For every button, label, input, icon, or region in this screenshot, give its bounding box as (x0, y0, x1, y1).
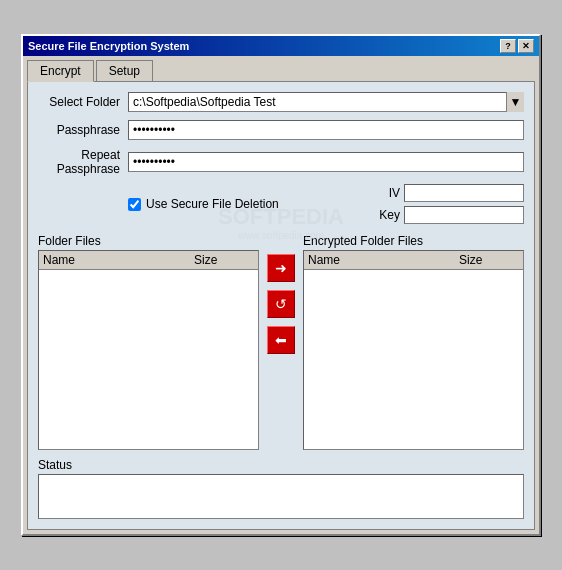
key-input[interactable] (404, 206, 524, 224)
check-iv-row: Use Secure File Deletion IV Key (38, 184, 524, 224)
encrypted-files-size-col: Size (459, 253, 519, 267)
tab-setup[interactable]: Setup (96, 60, 153, 81)
folder-files-list[interactable]: Name Size (38, 250, 259, 450)
encrypted-files-header: Name Size (304, 251, 523, 270)
tab-encrypt[interactable]: Encrypt (27, 60, 94, 82)
close-button[interactable]: ✕ (518, 39, 534, 53)
tab-bar: Encrypt Setup (27, 60, 535, 81)
folder-files-name-col: Name (43, 253, 194, 267)
status-box (38, 474, 524, 519)
decrypt-button[interactable]: ⬅ (267, 326, 295, 354)
encrypted-files-title: Encrypted Folder Files (303, 234, 524, 248)
encrypted-files-name-col: Name (308, 253, 459, 267)
refresh-button[interactable]: ↺ (267, 290, 295, 318)
folder-files-size-col: Size (194, 253, 254, 267)
select-folder-wrapper: c:\Softpedia\Softpedia Test ▼ (128, 92, 524, 112)
title-bar: Secure File Encryption System ? ✕ (23, 36, 539, 56)
repeat-passphrase-label: RepeatPassphrase (38, 148, 128, 177)
encrypted-files-list[interactable]: Name Size (303, 250, 524, 450)
folder-files-header: Name Size (39, 251, 258, 270)
iv-key-section: IV Key (370, 184, 524, 224)
select-folder-input[interactable]: c:\Softpedia\Softpedia Test (128, 92, 524, 112)
tab-content-encrypt: Select Folder c:\Softpedia\Softpedia Tes… (27, 81, 535, 531)
help-button[interactable]: ? (500, 39, 516, 53)
secure-delete-checkbox[interactable] (128, 198, 141, 211)
key-label: Key (370, 208, 400, 222)
window-content: Encrypt Setup Select Folder c:\Softpedia… (23, 56, 539, 535)
status-label: Status (38, 458, 524, 472)
passphrase-label: Passphrase (38, 123, 128, 137)
title-bar-buttons: ? ✕ (500, 39, 534, 53)
action-buttons: ➜ ↺ ⬅ (265, 234, 297, 354)
window-title: Secure File Encryption System (28, 40, 189, 52)
repeat-passphrase-row: RepeatPassphrase (38, 148, 524, 177)
status-section: Status (38, 458, 524, 519)
secure-delete-label: Use Secure File Deletion (146, 197, 279, 211)
encrypt-button[interactable]: ➜ (267, 254, 295, 282)
select-folder-row: Select Folder c:\Softpedia\Softpedia Tes… (38, 92, 524, 112)
folder-files-panel: Folder Files Name Size (38, 234, 259, 450)
select-folder-label: Select Folder (38, 95, 128, 109)
iv-label: IV (370, 186, 400, 200)
lists-section: Folder Files Name Size ➜ ↺ ⬅ E (38, 234, 524, 450)
secure-delete-section: Use Secure File Deletion (128, 197, 279, 211)
encrypted-files-panel: Encrypted Folder Files Name Size (303, 234, 524, 450)
passphrase-input[interactable] (128, 120, 524, 140)
passphrase-row: Passphrase (38, 120, 524, 140)
iv-input[interactable] (404, 184, 524, 202)
main-window: Secure File Encryption System ? ✕ Encryp… (21, 34, 541, 537)
folder-files-title: Folder Files (38, 234, 259, 248)
repeat-passphrase-input[interactable] (128, 152, 524, 172)
